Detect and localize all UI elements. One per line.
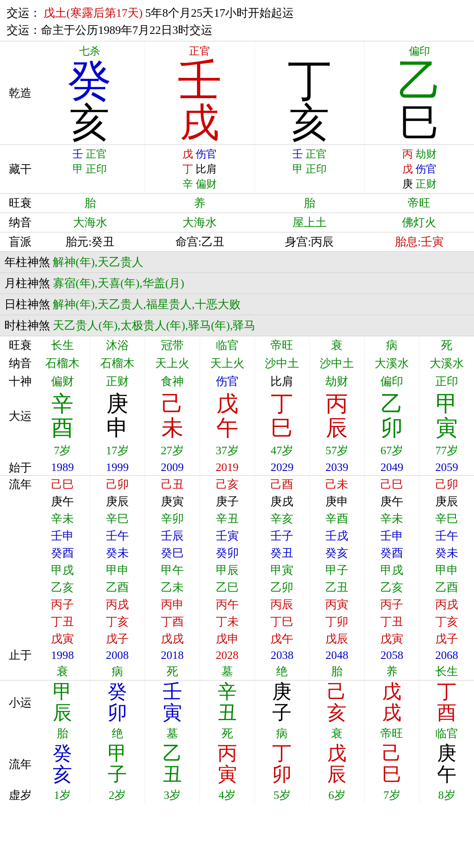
zang-row-1-2: 辛偏财 — [147, 177, 253, 191]
zhi-ws-col-7: 长生 — [419, 663, 474, 680]
shensha-label-1: 月柱神煞 — [4, 276, 53, 291]
dayun-cols-container: 7岁17岁27岁37岁47岁57岁67岁77岁 — [35, 441, 474, 460]
liunian-col-8-6: 丁丑 — [364, 613, 419, 630]
dayun-col-6: 病 — [364, 336, 419, 354]
liunian-col-3-3: 壬寅 — [200, 527, 255, 544]
liunian-col-9-3: 戊申 — [200, 630, 255, 647]
liunian-col-8-0: 丁丑 — [35, 613, 90, 630]
liunian-col-5-2: 甲午 — [145, 562, 200, 579]
dayun-tg-0: 辛 — [36, 392, 89, 416]
dayun-col-4: 2029 — [255, 460, 310, 475]
zang-god-1-2: 偏财 — [196, 177, 217, 191]
shensha-value-0: 解神(年),天乙贵人 — [53, 254, 143, 270]
page: 交运： 戊土(寒露后第17天) 5年8个月25天17小时开始起运 交运：命主于公… — [0, 0, 474, 804]
xiaoyun-ln-col-2: 乙丑 — [145, 742, 200, 787]
liunian-col-0-1: 己卯 — [90, 476, 145, 493]
shensha-value-1: 寡宿(年),天喜(年),华盖(月) — [53, 276, 184, 291]
dayun-row-label: 旺衰 — [0, 338, 35, 353]
xu-sui-row: 虚岁1岁2岁3岁4岁5岁6岁7岁8岁 — [0, 787, 474, 804]
xiaoyun-ws-row: 胎绝墓死病衰帝旺临官 — [0, 725, 474, 742]
xiaoyun-char-col-7: 丁酉 — [419, 680, 474, 725]
xiaoyun-ln-dz-6: 巳 — [365, 764, 419, 785]
dayun-col-1: 正财 — [90, 372, 145, 390]
xiaoyun-ln-dz-0: 亥 — [36, 764, 89, 785]
xiaoyun-ln-col-4: 丁卯 — [255, 742, 310, 787]
liunian-col-5-5: 甲子 — [309, 562, 364, 579]
dayun-col-6: 2049 — [364, 460, 419, 475]
xiaoyun-ws-col-6: 帝旺 — [364, 725, 419, 742]
zang-god-0-1: 正印 — [86, 162, 107, 176]
xiaoyun-ln-cols: 癸亥甲子乙丑丙寅丁卯戊辰己巳庚午 — [35, 742, 474, 787]
liunian-row-7: 丙子丙戌丙申丙午丙辰丙寅丙子丙戌 — [0, 596, 474, 613]
zhi-yu-col-1: 2008 — [90, 648, 145, 663]
liunian-col-8-3: 丁未 — [200, 613, 255, 630]
dayun-dz-2: 未 — [146, 416, 199, 440]
shensha-row-2: 日柱神煞解神(年),天乙贵人,福星贵人,十恶大败 — [0, 294, 474, 315]
liunian-row-5: 甲戌甲申甲午甲辰甲寅甲子甲戌甲申 — [0, 562, 474, 579]
zhi-ws-col-2: 死 — [145, 663, 200, 680]
dayun-col-0: 1989 — [35, 460, 90, 475]
liunian-col-2-4: 辛亥 — [255, 510, 310, 527]
zang-god-1-0: 伤官 — [196, 147, 217, 161]
liunian-col-2-6: 辛未 — [364, 510, 419, 527]
xu-sui-label: 虚岁 — [0, 787, 35, 803]
na-yin-cols-col-2: 屋上土 — [255, 213, 365, 232]
dayun-col-3: 37岁 — [200, 441, 255, 460]
xiaoyun-ln-tg-7: 庚 — [420, 743, 474, 764]
zang-char-1-2: 辛 — [182, 177, 193, 191]
dayun-cols-container: 偏财正财食神伤官比肩劫财偏印正印 — [35, 372, 474, 390]
liunian-col-4-1: 癸未 — [90, 544, 145, 562]
chart-cols: 七杀癸亥正官壬戌丁亥偏印乙巳 — [35, 41, 474, 144]
wang-shuai-cols-col-0: 胎 — [35, 194, 145, 213]
dayun-col-0: 长生 — [35, 336, 90, 354]
liunian-col-0-6: 己巳 — [364, 476, 419, 493]
shensha-row-3: 时柱神煞天乙贵人(年),太极贵人(年),驿马(年),驿马 — [0, 315, 474, 336]
header-line2: 交运：命主于公历1989年7月22日3时交运 — [7, 22, 212, 39]
dayun-char-col-0: 辛酉 — [35, 390, 90, 441]
xiaoyun-ln-col-3: 丙寅 — [200, 742, 255, 787]
liunian-col-6-2: 乙未 — [145, 579, 200, 596]
xiaoyun-dz-4: 子 — [255, 702, 309, 724]
dayun-char-col-4: 丁巳 — [255, 390, 310, 441]
liunian-col-0-7: 己卯 — [419, 476, 474, 493]
xiaoyun-ln-dz-3: 寅 — [201, 764, 254, 785]
dayun-col-1: 沐浴 — [90, 336, 145, 354]
liunian-row-0: 流年己巳己卯己丑己亥己酉己未己巳己卯 — [0, 476, 474, 493]
xiaoyun-dz-7: 酉 — [420, 702, 474, 724]
dayun-col-2: 2009 — [145, 460, 200, 475]
header-jiaoyun-red: 戊土(寒露后第17天) — [44, 4, 142, 22]
liunian-col-4-3: 癸卯 — [200, 544, 255, 562]
header: 交运： 戊土(寒露后第17天) 5年8个月25天17小时开始起运 交运：命主于公… — [0, 0, 474, 41]
zang-god-2-0: 正官 — [306, 147, 327, 161]
liunian-col-7-2: 丙申 — [145, 596, 200, 613]
dayun-col-4: 47岁 — [255, 441, 310, 460]
xiaoyun-ln-col-7: 庚午 — [419, 742, 474, 787]
zang-god-0-0: 正官 — [86, 147, 107, 161]
xiaoyun-ws-col-7: 临官 — [419, 725, 474, 742]
xu-sui-col-7: 8岁 — [419, 787, 474, 804]
shensha-row-0: 年柱神煞解神(年),天乙贵人 — [0, 252, 474, 273]
liunian-col-6-1: 乙酉 — [90, 579, 145, 596]
zang-col-2: 壬正官甲正印 — [255, 145, 365, 193]
xiaoyun-ln-row: 流年癸亥甲子乙丑丙寅丁卯戊辰己巳庚午 — [0, 742, 474, 787]
liunian-col-1-7: 庚辰 — [419, 493, 474, 510]
liunian-col-2-3: 辛丑 — [200, 510, 255, 527]
xiaoyun-dz-1: 卯 — [91, 702, 144, 724]
zhi-ws-col-6: 养 — [364, 663, 419, 680]
dayun-col-3: 临官 — [200, 336, 255, 354]
chart-col-3: 偏印乙巳 — [364, 41, 474, 144]
dayun-col-6: 67岁 — [364, 441, 419, 460]
liunian-col-3-6: 壬申 — [364, 527, 419, 544]
liunian-row-9: 戊寅戊子戊戌戊申戊午戊辰戊寅戊子 — [0, 630, 474, 647]
zhi-yu-col-3: 2028 — [200, 648, 255, 663]
dayun-tg-3: 戊 — [201, 392, 254, 416]
shensha-value-2: 解神(年),天乙贵人,福星贵人,十恶大败 — [53, 297, 241, 312]
xiaoyun-tg-0: 甲 — [36, 681, 89, 702]
dayun-char-col-2: 己未 — [145, 390, 200, 441]
dayun-cols-container: 石榴木石榴木天上火天上火沙中土沙中土大溪水大溪水 — [35, 354, 474, 372]
zang-char-1-0: 戊 — [182, 147, 193, 161]
dayun-col-6: 大溪水 — [364, 354, 419, 372]
liunian-col-9-6: 戊寅 — [364, 630, 419, 647]
guan-pai-cols-col-1: 命宫:乙丑 — [145, 232, 255, 251]
liunian-col-6-7: 乙酉 — [419, 579, 474, 596]
